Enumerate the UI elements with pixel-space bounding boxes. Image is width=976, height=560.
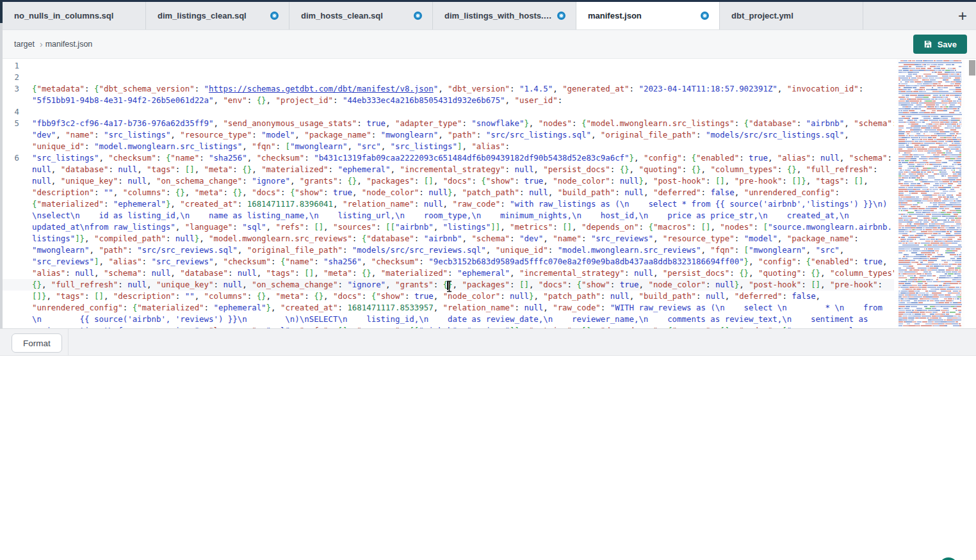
editor-scrollbar-thumb[interactable] bbox=[969, 60, 975, 76]
chevron-right-icon: › bbox=[40, 39, 43, 49]
tab-label: manifest.json bbox=[588, 11, 695, 20]
line-number bbox=[0, 291, 27, 302]
code-text: "alias": null, "schema": null, "database… bbox=[27, 268, 894, 279]
line-number bbox=[0, 129, 27, 141]
line-number bbox=[0, 95, 27, 106]
save-floppy-icon bbox=[923, 40, 932, 49]
code-text: "unrendered_config": {"materialized": "e… bbox=[27, 302, 894, 314]
editor-scrollbar[interactable] bbox=[968, 59, 976, 328]
code-row[interactable]: 4 bbox=[0, 106, 894, 118]
minimap[interactable] bbox=[897, 59, 964, 328]
tabs-container: no_nulls_in_columns.sqldim_listings_clea… bbox=[3, 2, 863, 29]
code-row[interactable]: 5"fbb9f3c2-cf96-4a17-b736-976a62d35ff9",… bbox=[0, 118, 894, 129]
tab-no_nulls_in_columns.sql[interactable]: no_nulls_in_columns.sql bbox=[3, 2, 146, 29]
line-number bbox=[0, 233, 27, 244]
line-number bbox=[0, 141, 27, 152]
line-number: 1 bbox=[0, 60, 27, 72]
code-text: "5f51bb91-94b8-4e31-94f2-26b5e061d22a", … bbox=[27, 95, 894, 106]
code-row[interactable]: "description": "", "columns": {}, "meta"… bbox=[0, 187, 894, 198]
code-row[interactable]: listings"]}, "compiled_path": null}, "mo… bbox=[0, 233, 894, 244]
line-number bbox=[0, 221, 27, 233]
code-text: {"materialized": "ephemeral"}, "created_… bbox=[27, 198, 894, 210]
unsaved-changes-dot-icon[interactable] bbox=[270, 12, 279, 20]
code-row[interactable]: null, "unique_key": null, "on_schema_cha… bbox=[0, 175, 894, 187]
code-row[interactable]: "unique_id": "model.mwonglearn.src_listi… bbox=[0, 141, 894, 152]
line-number bbox=[0, 175, 27, 187]
code-text: null, "database": null, "tags": [], "met… bbox=[27, 164, 894, 175]
code-text: updated_at\nfrom raw_listings", "languag… bbox=[27, 221, 894, 233]
line-number bbox=[0, 279, 27, 291]
code-text bbox=[27, 106, 894, 118]
breadcrumb-bar: target › manifest.json Save bbox=[0, 30, 976, 59]
code-row[interactable]: "dev", "name": "src_listings", "resource… bbox=[0, 129, 894, 141]
tab-label: dim_listings_clean.sql bbox=[158, 11, 265, 20]
left-panel-edge-dark bbox=[0, 0, 3, 23]
bottom-toolbar: Format bbox=[0, 328, 976, 356]
code-text: "mwonglearn", "path": "src/src_reviews.s… bbox=[27, 244, 894, 256]
save-button[interactable]: Save bbox=[913, 35, 967, 54]
tab-dim_listings_clean.sql[interactable]: dim_listings_clean.sql bbox=[146, 2, 289, 29]
code-editor[interactable]: 123{"metadata": {"dbt_schema_version": "… bbox=[0, 59, 976, 328]
breadcrumb-file: manifest.json bbox=[45, 40, 93, 49]
tab-label: dim_listings_with_hosts.sql bbox=[444, 11, 552, 20]
unsaved-changes-dot-icon[interactable] bbox=[414, 12, 422, 20]
left-panel-edge-gray bbox=[0, 23, 3, 328]
line-number: 4 bbox=[0, 106, 27, 118]
code-row[interactable]: "src_reviews"], "alias": "src_reviews", … bbox=[0, 256, 894, 268]
code-text: {}, "full_refresh": null, "unique_key": … bbox=[27, 279, 894, 291]
unsaved-changes-dot-icon[interactable] bbox=[701, 12, 709, 20]
code-row[interactable]: 2 bbox=[0, 72, 894, 83]
code-row[interactable]: 1 bbox=[0, 60, 894, 72]
line-number bbox=[0, 198, 27, 210]
new-tab-button[interactable]: + bbox=[949, 8, 976, 24]
code-row[interactable]: 6"src_listings", "checksum": {"name": "s… bbox=[0, 152, 894, 164]
code-text bbox=[27, 72, 894, 83]
code-text: "fbb9f3c2-cf96-4a17-b736-976a62d35ff9", … bbox=[27, 118, 894, 129]
breadcrumb-folder: target bbox=[14, 40, 35, 49]
code-row[interactable]: 3{"metadata": {"dbt_schema_version": "ht… bbox=[0, 83, 894, 95]
code-row[interactable]: {"materialized": "ephemeral"}, "created_… bbox=[0, 198, 894, 210]
line-number: 2 bbox=[0, 72, 27, 83]
toolbar-divider bbox=[68, 329, 69, 356]
line-number bbox=[0, 244, 27, 256]
code-row[interactable]: \n {{ source('airbnb', 'reviews') }}\n \… bbox=[0, 314, 894, 325]
line-number bbox=[0, 302, 27, 314]
ide-root: no_nulls_in_columns.sqldim_listings_clea… bbox=[0, 0, 976, 560]
tab-bar: no_nulls_in_columns.sqldim_listings_clea… bbox=[0, 2, 976, 30]
unsaved-changes-dot-icon[interactable] bbox=[557, 12, 565, 20]
tab-label: no_nulls_in_columns.sql bbox=[14, 11, 135, 20]
line-number bbox=[0, 187, 27, 198]
code-text: "dev", "name": "src_listings", "resource… bbox=[27, 129, 894, 141]
line-number bbox=[0, 210, 27, 221]
code-row[interactable]: "5f51bb91-94b8-4e31-94f2-26b5e061d22a", … bbox=[0, 95, 894, 106]
code-row[interactable]: \nselect\n id as listing_id,\n name as l… bbox=[0, 210, 894, 221]
code-row[interactable]: "unrendered_config": {"materialized": "e… bbox=[0, 302, 894, 314]
line-number bbox=[0, 314, 27, 325]
code-text: "unique_id": "model.mwonglearn.src_listi… bbox=[27, 141, 894, 152]
code-text: {"metadata": {"dbt_schema_version": "htt… bbox=[27, 83, 894, 95]
tab-dim_listings_with_hosts.sql[interactable]: dim_listings_with_hosts.sql bbox=[433, 2, 576, 29]
format-button[interactable]: Format bbox=[12, 333, 62, 353]
code-row[interactable]: "alias": null, "schema": null, "database… bbox=[0, 268, 894, 279]
tab-dbt_project.yml[interactable]: dbt_project.yml bbox=[720, 2, 863, 29]
line-number bbox=[0, 268, 27, 279]
code-text: \n {{ source('airbnb', 'reviews') }}\n \… bbox=[27, 314, 894, 325]
code-text: null, "unique_key": null, "on_schema_cha… bbox=[27, 175, 894, 187]
tab-label: dbt_project.yml bbox=[731, 11, 852, 20]
code-row[interactable]: "mwonglearn", "path": "src/src_reviews.s… bbox=[0, 244, 894, 256]
code-text: []}, "tags": [], "description": "", "col… bbox=[27, 291, 894, 302]
code-text: listings"]}, "compiled_path": null}, "mo… bbox=[27, 233, 894, 244]
tab-label: dim_hosts_clean.sql bbox=[301, 11, 409, 20]
line-number bbox=[0, 256, 27, 268]
line-number: 6 bbox=[0, 152, 27, 164]
save-button-label: Save bbox=[938, 40, 957, 49]
code-row[interactable]: null, "database": null, "tags": [], "met… bbox=[0, 164, 894, 175]
code-text bbox=[27, 60, 894, 72]
mouse-ibeam-cursor bbox=[446, 280, 453, 292]
tab-bar-filler bbox=[863, 2, 949, 29]
tab-dim_hosts_clean.sql[interactable]: dim_hosts_clean.sql bbox=[289, 2, 433, 29]
tab-manifest.json[interactable]: manifest.json bbox=[576, 2, 720, 29]
results-panel-empty bbox=[0, 356, 976, 560]
code-row[interactable]: updated_at\nfrom raw_listings", "languag… bbox=[0, 221, 894, 233]
code-text: \nselect\n id as listing_id,\n name as l… bbox=[27, 210, 894, 221]
